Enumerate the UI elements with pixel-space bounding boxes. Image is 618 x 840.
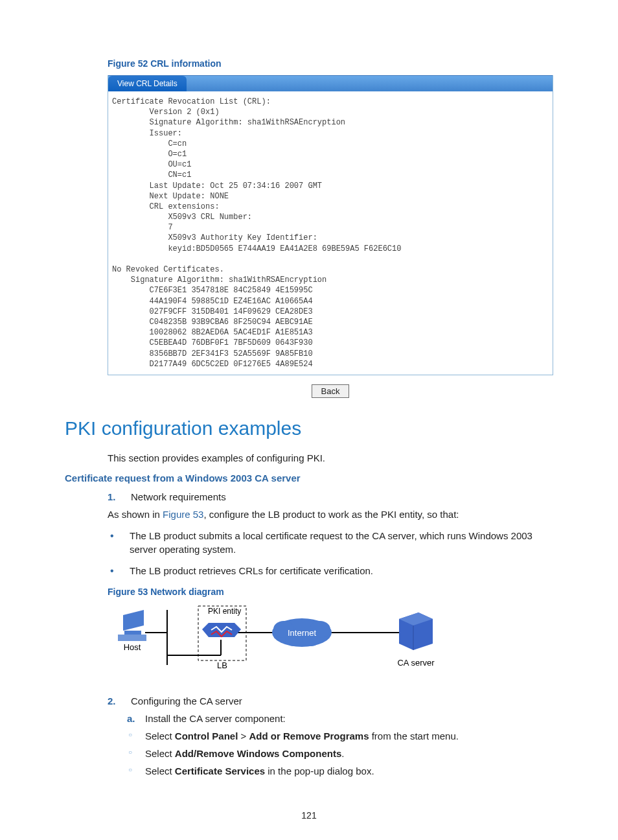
crl-text: Certificate Revocation List (CRL): Versi…	[112, 97, 547, 369]
svg-marker-9	[202, 623, 241, 637]
subheading-cert-request: Certificate request from a Windows 2003 …	[65, 472, 553, 484]
page-number: 121	[65, 810, 553, 821]
network-diagram: Host PKI entity LB Internet	[108, 603, 553, 677]
ca-server-label: CA server	[397, 658, 435, 668]
step-2a-letter: a.	[127, 713, 135, 724]
text-fragment: As shown in	[108, 509, 163, 520]
crl-body: Certificate Revocation List (CRL): Versi…	[108, 91, 553, 375]
panel-tab-bar: View CRL Details	[108, 75, 553, 91]
substep-1: Select Control Panel > Add or Remove Pro…	[127, 730, 553, 741]
host-label: Host	[124, 642, 141, 652]
bullet-item-1: The LB product submits a local certifica…	[108, 529, 553, 556]
intro-paragraph: This section provides examples of config…	[108, 452, 553, 463]
figure-53-link[interactable]: Figure 53	[163, 509, 203, 520]
bold-text: Add/Remove Windows Components	[175, 748, 341, 759]
bold-text: Add or Remove Programs	[249, 730, 369, 741]
step-2a-text: Install the CA server component:	[145, 713, 286, 724]
bold-text: Certificate Services	[175, 765, 265, 776]
text-fragment: >	[238, 730, 249, 741]
lb-icon	[202, 623, 241, 637]
back-button[interactable]: Back	[312, 384, 350, 398]
lb-label: LB	[217, 660, 227, 670]
step-1-label: Network requirements	[131, 491, 226, 502]
view-crl-details-tab[interactable]: View CRL Details	[108, 76, 187, 91]
step-2a: a. Install the CA server component:	[127, 713, 553, 724]
step-2-number: 2.	[108, 695, 131, 706]
svg-marker-6	[123, 610, 144, 631]
step-1-number: 1.	[108, 491, 131, 502]
text-fragment: from the start menu.	[369, 730, 459, 741]
figure-53-caption: Figure 53 Network diagram	[108, 587, 553, 597]
step-2-label: Configuring the CA server	[131, 695, 242, 706]
as-shown-paragraph: As shown in Figure 53, configure the LB …	[108, 509, 553, 520]
bullet-item-2: The LB product retrieves CRLs for certif…	[108, 564, 553, 578]
text-fragment: Select	[145, 730, 175, 741]
host-icon	[118, 610, 146, 641]
pki-entity-label: PKI entity	[208, 607, 241, 616]
section-title: PKI configuration examples	[65, 417, 553, 439]
bold-text: Control Panel	[175, 730, 238, 741]
text-fragment: Select	[145, 748, 175, 759]
ca-server-icon	[399, 612, 433, 650]
internet-label: Internet	[288, 628, 316, 638]
figure-52-caption: Figure 52 CRL information	[108, 58, 553, 69]
substep-2: Select Add/Remove Windows Components.	[127, 748, 553, 759]
text-fragment: , configure the LB product to work as th…	[203, 509, 459, 520]
svg-rect-7	[124, 631, 141, 635]
substep-3: Select Certificate Services in the pop-u…	[127, 765, 553, 776]
text-fragment: .	[341, 748, 344, 759]
crl-details-panel: View CRL Details Certificate Revocation …	[108, 75, 553, 375]
text-fragment: Select	[145, 765, 175, 776]
svg-rect-8	[118, 635, 146, 641]
text-fragment: in the pop-up dialog box.	[265, 765, 374, 776]
